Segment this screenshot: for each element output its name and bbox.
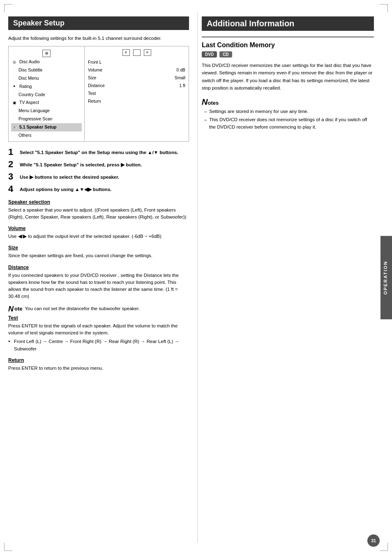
menu-speaker-setup: 5.1 Speaker Setup <box>19 124 56 131</box>
note-ote-text: You can not set the distancefor the subw… <box>25 305 140 312</box>
diagram-left-panel: ◎ ◎ Disc Audio Disc Subtitle Disc Menu ✦… <box>9 46 85 141</box>
menu-progressive-scan: Progressive Scan <box>18 115 52 123</box>
subsection-size: Size Since the speaker settings are fixe… <box>8 245 189 259</box>
section-title-left: Speaker Setup <box>8 16 189 30</box>
note-ote-label: ote <box>14 305 23 313</box>
note-item-1: Settings are stored in memory for use an… <box>204 108 374 115</box>
subsection-text-speaker-selection: Select a speaker that you want to adjust… <box>8 207 189 221</box>
badge-row: DVD CD <box>202 51 374 58</box>
step-4-text: Adjust options by using ▲▼◀▶ buttons. <box>20 184 111 193</box>
menu-tv-aspect: TV Aspect <box>19 99 39 106</box>
step-2-text: While "5.1 Speaker Setup" is selected, p… <box>20 160 142 168</box>
diagram-menu-row: Country Code <box>11 91 82 99</box>
note-ote-box: N ote You can not set the distancefor th… <box>8 305 189 313</box>
diagram-menu-row: ▣ TV Aspect <box>11 99 82 107</box>
diagram-menu-row: ◎ Disc Audio <box>11 58 82 66</box>
diagram-menu-row: Disc Menu <box>11 74 82 83</box>
diagram-menu-row: Menu Language <box>11 107 82 115</box>
subsection-return: Return Press ENTER to return to the prev… <box>8 357 189 372</box>
subsection-speaker-selection: Speaker selection Select a speaker that … <box>8 199 189 221</box>
last-condition-title: Last Condition Memory <box>202 41 374 49</box>
notes-n-icon: N <box>202 98 208 106</box>
speaker-box-r2: R <box>144 49 151 56</box>
subsection-test: Test Press ENTER to test the signals of … <box>8 315 189 352</box>
speaker-box-empty <box>133 49 141 56</box>
intro-text: Adjust the following settings for the bu… <box>8 35 189 42</box>
hr-divider <box>202 37 374 37</box>
test-bullet-list: Front Left (L) → Centre → Front Right (R… <box>8 338 189 352</box>
subsection-title-distance: Distance <box>8 265 189 270</box>
menu-others: Others <box>18 132 32 139</box>
subsection-distance: Distance If you connected speakers to yo… <box>8 265 189 300</box>
diagram-menu-row-highlighted: ♪ 5.1 Speaker Setup <box>11 123 82 131</box>
right-item-return: Return <box>88 97 185 105</box>
menu-country-code: Country Code <box>18 91 45 99</box>
step-3: 3 Use ▶ buttons to select the desired sp… <box>8 172 189 181</box>
page-number: 31 <box>367 534 380 547</box>
speaker-box-r1: R <box>122 49 130 56</box>
section-title-right: Additional Information <box>202 16 374 31</box>
subsection-title-volume: Volume <box>8 226 189 231</box>
note-item-2: This DVD/CD receiver does not memorize s… <box>204 116 374 131</box>
disc-icon: ◎ <box>11 59 18 65</box>
menu-rating: Rating <box>19 83 32 90</box>
star-icon: ✦ <box>11 84 18 90</box>
notes-list: Settings are stored in memory for use an… <box>202 108 374 131</box>
step-3-text: Use ▶ buttons to select the desired spea… <box>20 172 119 181</box>
step-3-number: 3 <box>8 172 18 181</box>
right-item-front-l: Front L <box>88 58 185 66</box>
subsection-title-size: Size <box>8 245 189 251</box>
menu-disc-audio: Disc Audio <box>19 58 40 66</box>
diagram-menu-row: ✦ Rating <box>11 83 82 91</box>
diagram-menu-row: Disc Subtitle <box>11 66 82 74</box>
step-4-number: 4 <box>8 184 18 193</box>
side-tab: OPERATION <box>380 236 392 319</box>
menu-menu-language: Menu Language <box>18 107 50 115</box>
right-item-volume: Volume 0 dB <box>88 66 185 74</box>
subsection-title-return: Return <box>8 357 189 363</box>
steps-container: 1 Select "5.1 Speaker Setup" on the Setu… <box>8 147 189 193</box>
right-item-size: Size Small <box>88 74 185 82</box>
test-bullet-item: Front Left (L) → Centre → Front Right (R… <box>8 338 189 352</box>
diagram-menu-row: Progressive Scan <box>11 115 82 123</box>
right-item-distance: Distance 1 ft <box>88 82 185 90</box>
badge-cd: CD <box>219 51 232 58</box>
subsection-text-test: Press ENTER to test the signals of each … <box>8 322 189 337</box>
notes-section: Notes Settings are stored in memory for … <box>202 98 374 131</box>
step-2-number: 2 <box>8 160 18 169</box>
step-2: 2 While "5.1 Speaker Setup" is selected,… <box>8 160 189 169</box>
tv-icon: ▣ <box>11 100 18 106</box>
diagram-menu-row: Others <box>11 131 82 140</box>
speaker-icon: ♪ <box>11 124 18 130</box>
step-1: 1 Select "5.1 Speaker Setup" on the Setu… <box>8 147 189 157</box>
right-main-text: This DVD/CD receiver memorizes the user … <box>202 62 374 92</box>
subsection-text-return: Press ENTER to return to the previous me… <box>8 365 189 372</box>
subsection-volume: Volume Use ◀/▶ to adjust the output leve… <box>8 226 189 240</box>
badge-dvd: DVD <box>202 51 217 58</box>
step-1-text: Select "5.1 Speaker Setup" on the Setup … <box>20 147 178 156</box>
left-column: Speaker Setup Adjust the following setti… <box>8 12 197 543</box>
notes-otes-text: otes <box>208 100 219 106</box>
setup-diagram: ◎ ◎ Disc Audio Disc Subtitle Disc Menu ✦… <box>8 46 189 141</box>
notes-header: Notes <box>202 98 374 106</box>
subsection-text-volume: Use ◀/▶ to adjust the output level of th… <box>8 233 189 240</box>
subsection-text-size: Since the speaker settings are fixed, yo… <box>8 252 189 259</box>
diagram-right-panel: R R Front L Volume 0 dB <box>85 46 189 141</box>
subsection-title-speaker-selection: Speaker selection <box>8 199 189 205</box>
right-item-test: Test <box>88 90 185 97</box>
step-4: 4 Adjust options by using ▲▼◀▶ buttons. <box>8 184 189 193</box>
menu-disc-subtitle: Disc Subtitle <box>18 67 42 74</box>
diagram-speaker-icon: ◎ <box>42 50 51 57</box>
note-n-icon: N <box>8 305 14 313</box>
right-column: Additional Information Last Condition Me… <box>197 12 374 543</box>
step-1-number: 1 <box>8 147 18 157</box>
subsection-text-distance: If you connected speakers to your DVD/CD… <box>8 272 189 300</box>
subsection-title-test: Test <box>8 315 189 321</box>
menu-disc-menu: Disc Menu <box>18 75 39 82</box>
